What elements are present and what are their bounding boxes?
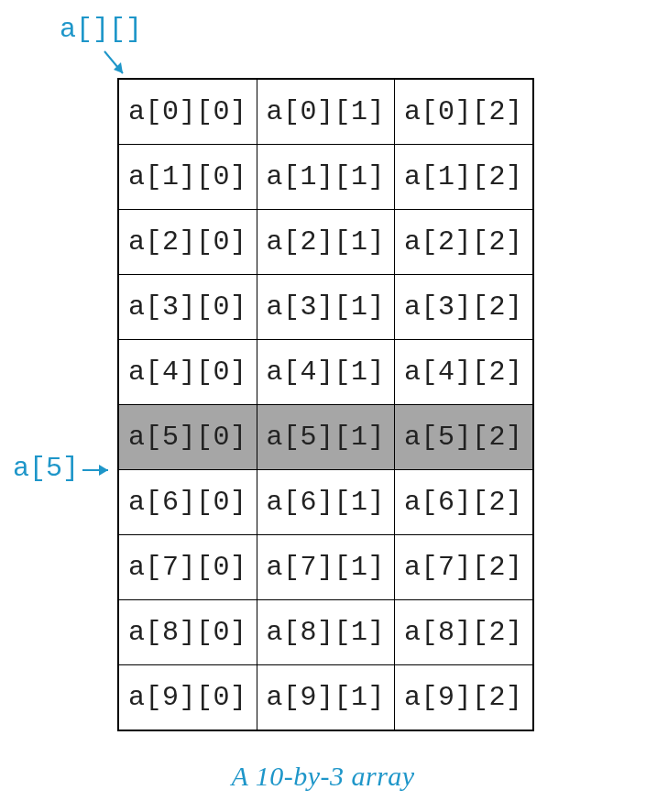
table-row-highlighted: a[5][0] a[5][1] a[5][2] (119, 405, 532, 470)
array-cell: a[8][1] (257, 600, 395, 665)
array-cell: a[1][0] (119, 145, 257, 210)
array-cell: a[8][0] (119, 600, 257, 665)
array-cell: a[3][1] (257, 275, 395, 340)
array-cell: a[1][2] (395, 145, 532, 210)
array-cell: a[4][1] (257, 340, 395, 405)
table-row: a[7][0] a[7][1] a[7][2] (119, 535, 532, 600)
array-declaration-label: a[][] (60, 14, 142, 45)
array-cell: a[5][0] (119, 405, 257, 470)
array-cell: a[6][2] (395, 470, 532, 535)
array-cell: a[2][0] (119, 210, 257, 275)
array-grid: a[0][0] a[0][1] a[0][2] a[1][0] a[1][1] … (117, 78, 534, 731)
table-row: a[4][0] a[4][1] a[4][2] (119, 340, 532, 405)
array-cell: a[6][1] (257, 470, 395, 535)
array-cell: a[4][0] (119, 340, 257, 405)
array-cell: a[0][1] (257, 80, 395, 145)
array-cell: a[2][1] (257, 210, 395, 275)
figure-caption: A 10-by-3 array (0, 761, 646, 792)
array-cell: a[5][1] (257, 405, 395, 470)
table-row: a[0][0] a[0][1] a[0][2] (119, 80, 532, 145)
array-cell: a[5][2] (395, 405, 532, 470)
table-row: a[3][0] a[3][1] a[3][2] (119, 275, 532, 340)
array-cell: a[7][0] (119, 535, 257, 600)
svg-marker-3 (99, 465, 108, 476)
table-row: a[6][0] a[6][1] a[6][2] (119, 470, 532, 535)
array-cell: a[8][2] (395, 600, 532, 665)
table-row: a[1][0] a[1][1] a[1][2] (119, 145, 532, 210)
array-cell: a[9][1] (257, 665, 395, 730)
array-cell: a[7][2] (395, 535, 532, 600)
array-cell: a[3][2] (395, 275, 532, 340)
array-cell: a[0][2] (395, 80, 532, 145)
array-cell: a[6][0] (119, 470, 257, 535)
array-cell: a[4][2] (395, 340, 532, 405)
array-cell: a[9][0] (119, 665, 257, 730)
array-cell: a[0][0] (119, 80, 257, 145)
table-row: a[8][0] a[8][1] a[8][2] (119, 600, 532, 665)
table-row: a[2][0] a[2][1] a[2][2] (119, 210, 532, 275)
array-cell: a[9][2] (395, 665, 532, 730)
diagram-container: a[][] a[5] a[0][0] a[0][1] a[0][2] a[1][… (0, 0, 646, 812)
row-pointer-label: a[5] (13, 453, 79, 484)
array-cell: a[3][0] (119, 275, 257, 340)
array-table: a[0][0] a[0][1] a[0][2] a[1][0] a[1][1] … (119, 80, 532, 730)
arrow-right-icon (81, 460, 117, 480)
array-cell: a[2][2] (395, 210, 532, 275)
table-row: a[9][0] a[9][1] a[9][2] (119, 665, 532, 730)
array-cell: a[7][1] (257, 535, 395, 600)
array-cell: a[1][1] (257, 145, 395, 210)
